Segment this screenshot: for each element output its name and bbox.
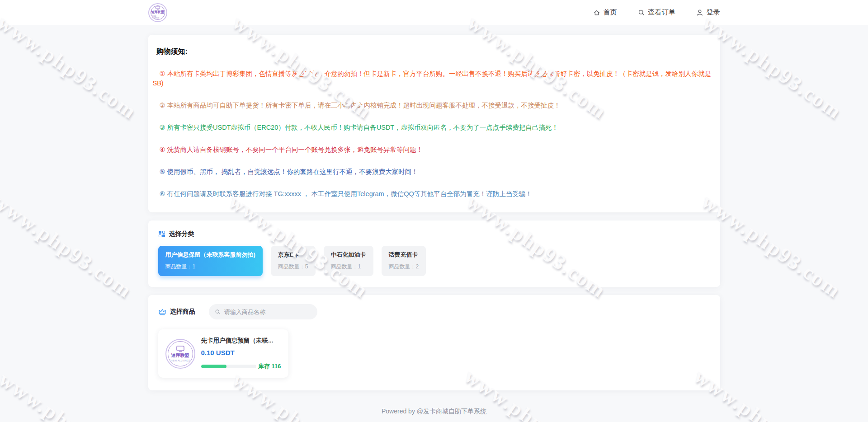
category-count: 商品数量：5 <box>278 263 308 271</box>
stock-badge: 库存 116 <box>258 362 281 370</box>
watermark-text: www.php93.com <box>0 10 142 124</box>
nav-login-label: 登录 <box>707 8 720 17</box>
logo-text-cn: 迪拜联盟 <box>151 10 164 14</box>
category-name: 中石化加油卡 <box>331 251 366 258</box>
product-search-input[interactable] <box>224 309 311 315</box>
home-icon <box>593 9 600 16</box>
product-card[interactable]: 迪拜联盟 DIBAI ALLIANCE 先卡用户信息预留（未联... 0.10 … <box>158 329 288 378</box>
notice-item-2: ② 本站所有商品均可自助下单提货！所有卡密下单后，请在三小时内之内核销完成！超时… <box>153 101 716 110</box>
notice-item-4: ④ 洗货商人请自备核销账号，不要同一个平台同一个账号兑换多张，避免账号异常等问题… <box>153 145 716 155</box>
grid-icon <box>158 230 165 238</box>
category-card-active[interactable]: 用户信息保留（未联系客服前勿拍) 商品数量：1 <box>158 246 263 276</box>
watermark-text: www.php93.com <box>698 10 847 124</box>
stock-value: 116 <box>272 363 281 370</box>
nav-orders[interactable]: 查看订单 <box>638 8 675 17</box>
logo-text-en: DIBAI ALLIANCE <box>170 359 190 362</box>
monitor-icon <box>176 346 184 352</box>
category-count: 商品数量：2 <box>389 263 419 271</box>
notice-item-3: ③ 所有卡密只接受USDT虚拟币（ERC20）付款，不收人民币！购卡请自备USD… <box>153 123 716 132</box>
notice-item-1: ① 本站所有卡类均出于博彩集团，色情直播等灰色产业，介意的勿拍！但卡是新卡，官方… <box>153 69 716 88</box>
main-nav: 首页 查看订单 登录 <box>593 8 720 17</box>
product-price: 0.10 USDT <box>201 349 281 356</box>
logo-text-en: DIBAI ALLIANCE <box>152 15 163 19</box>
category-count: 商品数量：1 <box>165 263 255 271</box>
category-card[interactable]: 京东E卡 商品数量：5 <box>271 246 316 276</box>
header: 迪拜联盟 DIBAI ALLIANCE 首页 查看订单 <box>0 0 868 25</box>
category-name: 京东E卡 <box>278 251 308 258</box>
search-icon <box>215 309 221 315</box>
watermark-text: www.php93.com <box>0 367 143 422</box>
product-logo: 迪拜联盟 DIBAI ALLIANCE <box>165 339 195 369</box>
site-logo[interactable]: 迪拜联盟 DIBAI ALLIANCE <box>148 3 167 22</box>
stock-progress-bar <box>201 365 256 368</box>
category-panel: 选择分类 用户信息保留（未联系客服前勿拍) 商品数量：1 京东E卡 商品数量：5… <box>148 220 720 287</box>
search-icon <box>638 9 645 16</box>
nav-login[interactable]: 登录 <box>696 8 720 17</box>
crown-icon <box>158 308 166 315</box>
footer-text: Powered by @发卡商城自助下单系统 <box>148 408 720 416</box>
products-section-title: 选择商品 <box>170 308 195 316</box>
user-icon <box>696 9 703 16</box>
notice-item-5: ⑤ 使用假币、黑币， 捣乱者，自觉滚远点！你的套路在这里行不通，不要浪费大家时间… <box>153 167 716 177</box>
products-panel: 选择商品 迪拜联盟 DIBAI ALLIANCE <box>148 295 720 390</box>
category-list: 用户信息保留（未联系客服前勿拍) 商品数量：1 京东E卡 商品数量：5 中石化加… <box>158 246 710 276</box>
notice-item-6: ⑥ 有任何问题请及时联系客服进行对接 TG:xxxxx ， 本工作室只使用Tel… <box>153 189 716 199</box>
nav-home-label: 首页 <box>604 8 617 17</box>
category-name: 话费充值卡 <box>389 251 419 258</box>
notice-title: 购物须知: <box>156 47 716 56</box>
product-title: 先卡用户信息预留（未联... <box>201 337 281 345</box>
product-search <box>209 304 317 319</box>
logo-text-cn: 迪拜联盟 <box>171 352 189 359</box>
notice-panel: 购物须知: ① 本站所有卡类均出于博彩集团，色情直播等灰色产业，介意的勿拍！但卡… <box>148 35 720 212</box>
category-name: 用户信息保留（未联系客服前勿拍) <box>165 251 255 258</box>
nav-orders-label: 查看订单 <box>648 8 675 17</box>
monitor-icon <box>155 6 160 9</box>
site-logo-inner: 迪拜联盟 DIBAI ALLIANCE <box>151 5 165 20</box>
nav-home[interactable]: 首页 <box>593 8 617 17</box>
stock-label: 库存 <box>258 363 270 370</box>
category-count: 商品数量：1 <box>331 263 366 271</box>
watermark-text: www.php93.com <box>0 189 137 303</box>
category-card[interactable]: 话费充值卡 商品数量：2 <box>382 246 426 276</box>
category-card[interactable]: 中石化加油卡 商品数量：1 <box>324 246 373 276</box>
category-section-title: 选择分类 <box>169 230 194 238</box>
